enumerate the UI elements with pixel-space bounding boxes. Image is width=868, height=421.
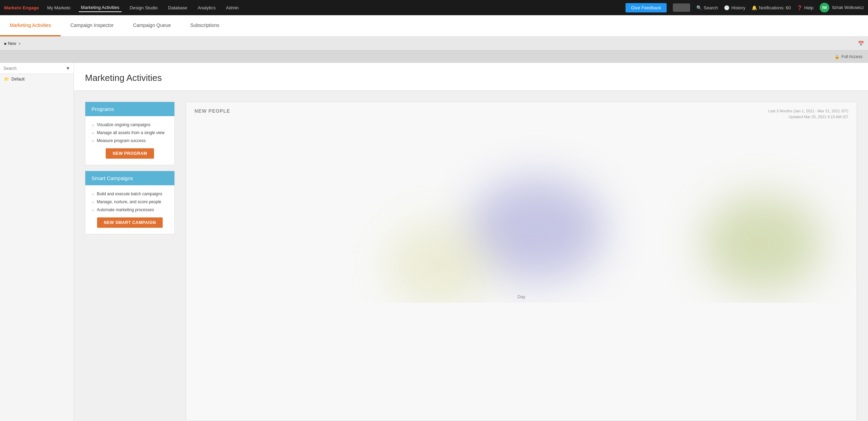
smart-campaigns-card-header: Smart Campaigns: [85, 171, 174, 185]
tab-navigation: Marketing Activities Campaign Inspector …: [0, 15, 868, 37]
sidebar: ▼ 📁 Default: [0, 63, 74, 421]
sidebar-search-bar: ▼: [0, 63, 74, 74]
smart-campaigns-feature-3: ○ Automate marketing processes: [92, 207, 168, 213]
notifications-button[interactable]: 🔔 Notifications: 60: [752, 5, 791, 10]
smart-campaigns-feature-1: ○ Build and execute batch campaigns: [92, 191, 168, 197]
history-icon: 🕐: [724, 5, 729, 10]
tab-subscriptions[interactable]: Subscriptions: [181, 15, 229, 36]
programs-feature-2: ○ Manage all assets from a single view: [92, 130, 168, 135]
top-navigation: Marketo Engage My Marketo Marketing Acti…: [0, 0, 868, 15]
tab-campaign-queue-label: Campaign Queue: [133, 22, 171, 28]
chart-blob-yellow: [387, 222, 491, 303]
help-button[interactable]: ❓ Help: [797, 5, 813, 10]
calendar-button[interactable]: 📅: [858, 41, 864, 46]
breadcrumb: ■ New ×: [4, 41, 21, 46]
search-nav-label: Search: [704, 5, 718, 10]
help-icon: ❓: [797, 5, 802, 10]
smart-campaigns-card: Smart Campaigns ○ Build and execute batc…: [85, 171, 175, 234]
give-feedback-button[interactable]: Give Feedback: [626, 3, 667, 12]
filter-icon[interactable]: ▼: [66, 66, 70, 71]
search-input[interactable]: [3, 66, 66, 71]
chart-meta-line2: Updated Mar 25, 2021 9:19 AM IST: [768, 114, 848, 120]
user-menu[interactable]: IW Itzhak Wolkowicz: [820, 3, 864, 12]
full-access-badge: 🔒 Full Access: [834, 54, 862, 59]
bullet-icon: ○: [92, 208, 94, 213]
new-program-button[interactable]: NEW PROGRAM: [106, 148, 154, 159]
lock-icon: 🔒: [834, 54, 840, 59]
tab-marketing-activities-label: Marketing Activities: [10, 22, 51, 28]
programs-feature-3-text: Measure program success: [97, 138, 145, 143]
sidebar-item-default[interactable]: 📁 Default: [0, 74, 74, 84]
bullet-icon: ○: [92, 131, 94, 135]
content-row: Programs ○ Visualize ongoing campaigns ○…: [74, 91, 868, 421]
tab-subscriptions-label: Subscriptions: [190, 22, 219, 28]
smart-campaigns-feature-2-text: Manage, nurture, and score people: [97, 199, 161, 204]
breadcrumb-label: New: [8, 41, 16, 46]
search-icon: 🔍: [696, 5, 702, 10]
avatar: IW: [820, 3, 829, 12]
nav-item-my-marketo[interactable]: My Marketo: [45, 4, 73, 12]
sidebar-item-label: Default: [11, 77, 25, 82]
new-smart-campaign-button[interactable]: NEW SMART CAMPAIGN: [97, 217, 163, 228]
nav-item-admin[interactable]: Admin: [224, 4, 241, 12]
breadcrumb-bar: ■ New × 📅: [0, 37, 868, 50]
smart-campaigns-feature-1-text: Build and execute batch campaigns: [97, 191, 162, 196]
chart-meta-line1: Last 3 Months (Jan 1, 2021 - Mar 31, 202…: [768, 108, 848, 114]
programs-feature-1-text: Visualize ongoing campaigns: [97, 122, 150, 127]
tab-campaign-inspector[interactable]: Campaign Inspector: [61, 15, 123, 36]
chart-blob-green: [702, 195, 823, 292]
full-access-label: Full Access: [841, 54, 862, 59]
search-nav-button[interactable]: 🔍 Search: [696, 5, 718, 10]
chart-meta: Last 3 Months (Jan 1, 2021 - Mar 31, 202…: [768, 108, 848, 120]
history-nav-label: History: [731, 5, 745, 10]
main-content: Marketing Activities Programs ○ Visualiz…: [74, 63, 868, 421]
main-layout: ▼ 📁 Default Marketing Activities Program…: [0, 63, 868, 421]
bullet-icon: ○: [92, 200, 94, 205]
cards-column: Programs ○ Visualize ongoing campaigns ○…: [85, 102, 175, 421]
breadcrumb-close-button[interactable]: ×: [19, 41, 21, 46]
tab-campaign-queue[interactable]: Campaign Queue: [123, 15, 181, 36]
tab-campaign-inspector-label: Campaign Inspector: [70, 22, 114, 28]
programs-card-header: Programs: [85, 102, 174, 116]
page-icon: ■: [4, 41, 7, 46]
user-name: Itzhak Wolkowicz: [832, 5, 864, 10]
history-nav-button[interactable]: 🕐 History: [724, 5, 745, 10]
programs-card: Programs ○ Visualize ongoing campaigns ○…: [85, 102, 175, 165]
programs-feature-2-text: Manage all assets from a single view: [97, 130, 164, 135]
tab-marketing-activities[interactable]: Marketing Activities: [0, 15, 61, 36]
chart-body: Day: [186, 123, 857, 303]
smart-campaigns-feature-2: ○ Manage, nurture, and score people: [92, 199, 168, 205]
nav-item-marketing-activities[interactable]: Marketing Activities: [79, 3, 121, 12]
unknown-widget: [673, 3, 690, 12]
status-bar: 🔒 Full Access: [0, 50, 868, 63]
programs-feature-1: ○ Visualize ongoing campaigns: [92, 122, 168, 128]
smart-campaigns-feature-3-text: Automate marketing processes: [97, 207, 154, 212]
chart-section: NEW PEOPLE Last 3 Months (Jan 1, 2021 - …: [186, 102, 857, 421]
chart-title: NEW PEOPLE: [194, 108, 230, 114]
bullet-icon: ○: [92, 123, 94, 128]
nav-item-database[interactable]: Database: [166, 4, 190, 12]
bell-icon: 🔔: [752, 5, 757, 10]
folder-icon: 📁: [4, 77, 9, 82]
programs-card-body: ○ Visualize ongoing campaigns ○ Manage a…: [85, 116, 174, 165]
brand-logo[interactable]: Marketo Engage: [4, 5, 39, 10]
page-title: Marketing Activities: [85, 73, 857, 83]
help-label: Help: [804, 5, 813, 10]
chart-x-axis-label: Day: [517, 294, 525, 299]
nav-item-design-studio[interactable]: Design Studio: [128, 4, 160, 12]
main-header: Marketing Activities: [74, 63, 868, 91]
breadcrumb-right: 📅: [858, 41, 864, 46]
bullet-icon: ○: [92, 139, 94, 143]
nav-item-analytics[interactable]: Analytics: [195, 4, 218, 12]
smart-campaigns-card-body: ○ Build and execute batch campaigns ○ Ma…: [85, 185, 174, 234]
bullet-icon: ○: [92, 192, 94, 197]
chart-header: NEW PEOPLE Last 3 Months (Jan 1, 2021 - …: [186, 102, 857, 123]
notifications-label: Notifications: 60: [759, 5, 791, 10]
programs-feature-3: ○ Measure program success: [92, 138, 168, 143]
